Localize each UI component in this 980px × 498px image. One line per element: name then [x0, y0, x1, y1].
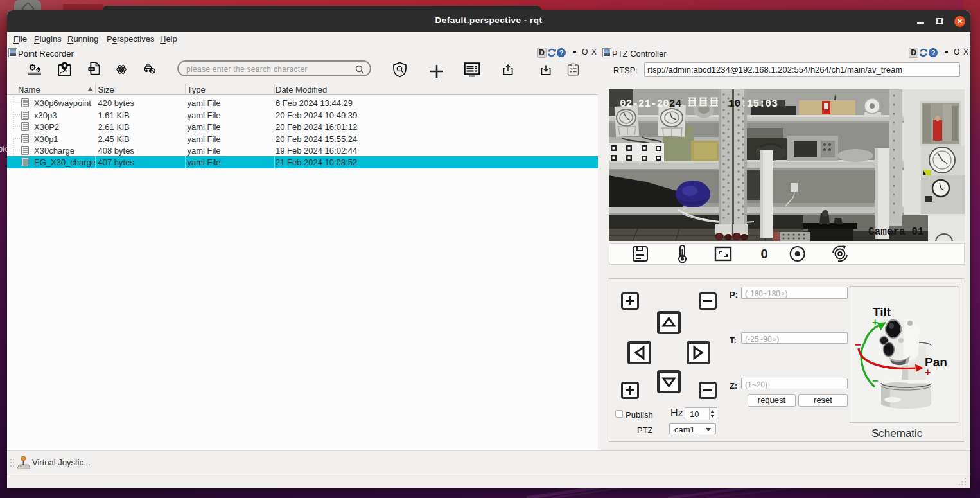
svg-text:Camera 01: Camera 01 — [868, 226, 923, 238]
svg-text:+: + — [925, 367, 931, 378]
svg-text:24: 24 — [669, 98, 682, 110]
svg-text::15:03: :15:03 — [740, 98, 778, 110]
svg-text:0: 0 — [760, 247, 767, 261]
svg-text:10: 10 — [728, 98, 740, 110]
svg-text:−: − — [855, 339, 861, 350]
svg-text:+: + — [872, 317, 878, 328]
svg-text:−: − — [872, 375, 878, 386]
svg-text:02-21-20: 02-21-20 — [620, 98, 669, 110]
